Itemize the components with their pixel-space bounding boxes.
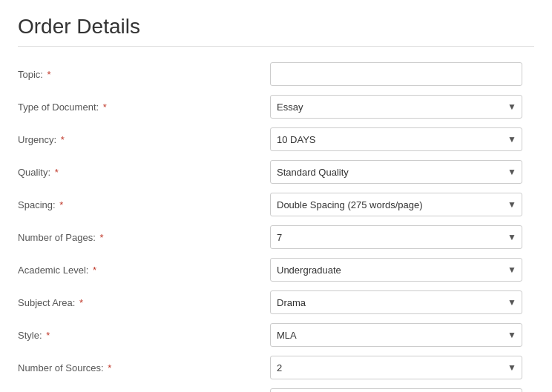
select-type_of_document[interactable]: EssayResearch PaperTerm PaperThesisDisse…: [270, 95, 522, 119]
form-row-quality: Quality: *Standard QualityPremium Qualit…: [18, 159, 534, 185]
select-wrapper-number_of_sources: 012345678910▼: [270, 356, 522, 379]
form-row-dictionary: Dictionary: *U.K.U.S.AustralianCanadian▼: [18, 388, 534, 392]
required-star: *: [59, 199, 63, 210]
form-row-academic_level: Academic Level: *High SchoolUndergraduat…: [18, 257, 534, 282]
select-wrapper-style: MLAAPAChicagoHarvardTurabianOther▼: [270, 323, 522, 347]
form-row-style: Style: *MLAAPAChicagoHarvardTurabianOthe…: [18, 322, 534, 348]
form-row-urgency: Urgency: *10 DAYS7 DAYS5 DAYS3 DAYS2 DAY…: [18, 127, 534, 152]
form-row-number_of_sources: Number of Sources: *012345678910▼: [18, 355, 534, 380]
select-wrapper-number_of_pages: 12345678910▼: [270, 225, 522, 249]
page-title: Order Details: [18, 15, 534, 47]
select-spacing[interactable]: Double Spacing (275 words/page)Single Sp…: [270, 193, 522, 216]
required-star: *: [93, 265, 96, 276]
select-wrapper-academic_level: High SchoolUndergraduateMaster'sPhD▼: [270, 258, 522, 282]
form-row-number_of_pages: Number of Pages: *12345678910▼: [18, 225, 534, 250]
label-spacing: Spacing: *: [18, 199, 270, 210]
required-star: *: [103, 102, 107, 113]
form-row-type_of_document: Type of Document: *EssayResearch PaperTe…: [18, 94, 534, 119]
select-quality[interactable]: Standard QualityPremium QualityPlatinum …: [270, 160, 522, 184]
select-wrapper-type_of_document: EssayResearch PaperTerm PaperThesisDisse…: [270, 95, 522, 119]
required-star: *: [108, 362, 111, 373]
input-topic[interactable]: [270, 62, 522, 86]
select-subject_area[interactable]: DramaLiteratureHistoryScienceMathematics…: [270, 290, 522, 314]
select-wrapper-dictionary: U.K.U.S.AustralianCanadian▼: [270, 388, 522, 392]
required-star: *: [61, 134, 65, 145]
label-number_of_pages: Number of Pages: *: [18, 232, 270, 243]
form-row-topic: Topic: *: [18, 62, 534, 87]
select-urgency[interactable]: 10 DAYS7 DAYS5 DAYS3 DAYS2 DAYS24 HOURS1…: [270, 127, 522, 151]
label-urgency: Urgency: *: [18, 134, 270, 145]
required-star: *: [55, 167, 59, 178]
select-wrapper-urgency: 10 DAYS7 DAYS5 DAYS3 DAYS2 DAYS24 HOURS1…: [270, 127, 522, 151]
select-wrapper-spacing: Double Spacing (275 words/page)Single Sp…: [270, 193, 522, 216]
select-number_of_pages[interactable]: 12345678910: [270, 225, 522, 249]
label-subject_area: Subject Area: *: [18, 297, 270, 308]
required-star: *: [99, 232, 103, 243]
select-dictionary[interactable]: U.K.U.S.AustralianCanadian: [270, 388, 522, 392]
required-star: *: [46, 330, 50, 341]
required-star: *: [47, 69, 51, 80]
label-type_of_document: Type of Document: *: [18, 102, 270, 113]
form-row-subject_area: Subject Area: *DramaLiteratureHistorySci…: [18, 290, 534, 315]
select-academic_level[interactable]: High SchoolUndergraduateMaster'sPhD: [270, 258, 522, 282]
label-quality: Quality: *: [18, 167, 270, 178]
label-academic_level: Academic Level: *: [18, 265, 270, 276]
form-row-spacing: Spacing: *Double Spacing (275 words/page…: [18, 192, 534, 217]
select-wrapper-subject_area: DramaLiteratureHistoryScienceMathematics…: [270, 290, 522, 314]
select-style[interactable]: MLAAPAChicagoHarvardTurabianOther: [270, 323, 522, 347]
label-style: Style: *: [18, 330, 270, 341]
label-number_of_sources: Number of Sources: *: [18, 362, 270, 373]
label-topic: Topic: *: [18, 69, 270, 80]
required-star: *: [79, 297, 83, 308]
select-number_of_sources[interactable]: 012345678910: [270, 356, 522, 379]
select-wrapper-quality: Standard QualityPremium QualityPlatinum …: [270, 160, 522, 184]
